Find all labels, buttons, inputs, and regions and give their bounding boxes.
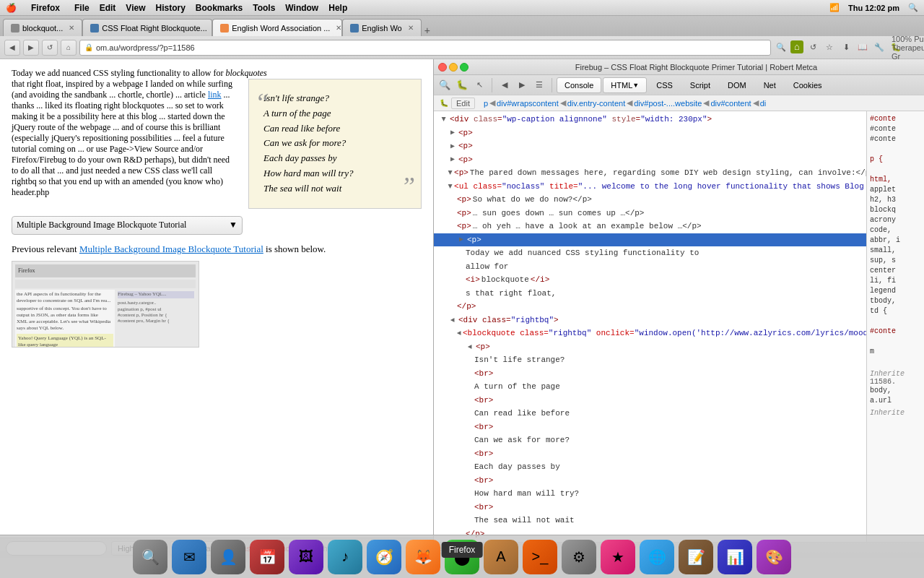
- tab-blockquot[interactable]: blockquot... ✕: [3, 19, 82, 36]
- search-icon[interactable]: 🔍: [908, 3, 918, 12]
- firebug-inspect-btn[interactable]: 🔍: [437, 77, 453, 93]
- menu-bookmarks[interactable]: Bookmarks: [196, 3, 243, 13]
- search-toolbar-icon[interactable]: 🔍: [774, 40, 788, 55]
- dock-finder[interactable]: 🔍: [133, 540, 167, 574]
- html-line-p-selected[interactable]: ▶ <p>: [434, 233, 866, 247]
- prev-relevant-link[interactable]: Multiple Background Image Blockquote Tut…: [79, 243, 263, 254]
- html-line-p1[interactable]: ▶ <p>: [434, 126, 866, 140]
- html-line-read[interactable]: Can read like before: [434, 407, 866, 420]
- dock-calendar[interactable]: 📅: [250, 540, 284, 574]
- html-line-wp-caption[interactable]: ▶ <div class="wp-caption alignnone" styl…: [434, 113, 866, 126]
- html-line-p3[interactable]: ▶ <p>: [434, 153, 866, 167]
- html-line-bq[interactable]: <i>blockquote</i>: [434, 273, 866, 287]
- expand-arrow[interactable]: ▶: [446, 184, 455, 189]
- html-line-ask[interactable]: Can we ask for more?: [434, 434, 866, 447]
- new-tab-btn[interactable]: +: [424, 25, 430, 36]
- firebug-tab-script[interactable]: Script: [682, 77, 718, 93]
- expand-arrow[interactable]: ▶: [448, 155, 457, 164]
- firebug-max-btn[interactable]: [460, 63, 468, 72]
- html-line-p-sun[interactable]: <p> … sun goes down … sun comes up …</p>: [434, 207, 866, 220]
- firebug-forward-btn[interactable]: ▶: [514, 77, 530, 93]
- home-btn[interactable]: ⌂: [61, 40, 77, 56]
- firebug-back-btn[interactable]: ◀: [497, 77, 513, 93]
- firebug-close-btn[interactable]: [438, 63, 447, 72]
- menu-window[interactable]: Window: [285, 3, 318, 13]
- tutorial-dropdown[interactable]: Multiple Background Image Blockquote Tut…: [12, 216, 243, 235]
- html-line-bq-p[interactable]: ▼ <p>: [434, 340, 866, 354]
- html-line-br4[interactable]: <br>: [434, 447, 866, 461]
- apple-menu[interactable]: 🍎: [6, 3, 17, 13]
- expand-arrow[interactable]: ▼: [455, 331, 463, 335]
- dock-terminal[interactable]: >_: [523, 540, 557, 574]
- html-line-allow[interactable]: allow for: [434, 260, 866, 274]
- html-line-sea[interactable]: The sea will not wait: [434, 514, 866, 527]
- expand-arrow[interactable]: ▶: [440, 115, 448, 124]
- html-line-div-rightbq[interactable]: ▼ <div class="rightbq">: [434, 314, 866, 327]
- menu-tools[interactable]: Tools: [253, 3, 275, 13]
- html-line-today[interactable]: Today we add nuanced CSS styling functio…: [434, 246, 866, 260]
- firebug-bug-btn[interactable]: 🐛: [454, 77, 470, 93]
- expand-arrow[interactable]: ▶: [446, 171, 455, 175]
- html-line-br6[interactable]: <br>: [434, 501, 866, 514]
- article-link[interactable]: link: [208, 90, 222, 100]
- dock-store[interactable]: A: [484, 540, 518, 574]
- refresh-toolbar-icon[interactable]: ↺: [806, 40, 820, 55]
- html-line-how[interactable]: How hard man will try?: [434, 487, 866, 501]
- dock-settings[interactable]: ⚙: [562, 540, 596, 574]
- reload-btn[interactable]: ↺: [42, 40, 58, 56]
- html-line-isnt[interactable]: Isn't life strange?: [434, 353, 866, 367]
- tab-english-wo2[interactable]: English Wo ✕: [342, 19, 421, 36]
- firebug-tab-cookies[interactable]: Cookies: [785, 77, 830, 93]
- firebug-tab-html[interactable]: HTML ▼: [603, 77, 647, 93]
- html-line-p-ohyeh[interactable]: <p> … oh yeh … have a look at an example…: [434, 220, 866, 233]
- menu-view[interactable]: View: [126, 3, 145, 13]
- html-line-p-pared[interactable]: ▶ <p> The pared down messages here, rega…: [434, 166, 866, 180]
- expand-arrow[interactable]: ▶: [448, 129, 457, 137]
- breadcrumb-di[interactable]: di: [760, 99, 767, 108]
- star-icon[interactable]: ☆: [822, 40, 837, 55]
- html-line-each[interactable]: Each day passes by: [434, 460, 866, 474]
- html-line-br2[interactable]: <br>: [434, 394, 866, 407]
- expand-arrow[interactable]: ▶: [448, 142, 457, 150]
- url-bar[interactable]: 🔒 om.au/wordpress/?p=11586: [79, 40, 771, 56]
- dock-music[interactable]: ♪: [328, 540, 362, 574]
- dock-app4[interactable]: 📝: [679, 540, 713, 574]
- html-line-blockquote[interactable]: ▼ <blockquote class="rightbq" onclick="w…: [434, 327, 866, 340]
- firebug-min-btn[interactable]: [449, 63, 458, 72]
- html-line-s[interactable]: s that right float,: [434, 287, 866, 301]
- menu-help[interactable]: Help: [328, 3, 347, 13]
- back-btn[interactable]: ◀: [4, 40, 20, 56]
- dock-app5[interactable]: 📊: [718, 540, 752, 574]
- html-line-br1[interactable]: <br>: [434, 367, 866, 381]
- menu-file[interactable]: File: [74, 3, 90, 13]
- dock-app2[interactable]: ★: [601, 540, 635, 574]
- dock-mail[interactable]: ✉: [172, 540, 206, 574]
- html-line-p-close[interactable]: </p>: [434, 300, 866, 314]
- html-line-p2[interactable]: ▶ <p>: [434, 139, 866, 153]
- expand-arrow[interactable]: ▼: [448, 316, 457, 324]
- breadcrumb-entry-content[interactable]: div.entry-content: [567, 99, 626, 108]
- bookmark-icon[interactable]: 📖: [855, 40, 870, 55]
- html-line-turn[interactable]: A turn of the page: [434, 380, 866, 394]
- firebug-tab-dom[interactable]: DOM: [720, 77, 754, 93]
- tab-close-btn[interactable]: ✕: [69, 24, 74, 32]
- dock-app3[interactable]: 🌐: [640, 540, 674, 574]
- breadcrumb-post[interactable]: div#post-....website: [634, 99, 702, 108]
- forward-btn[interactable]: ▶: [23, 40, 39, 56]
- dock-safari[interactable]: 🧭: [367, 540, 401, 574]
- home-toolbar-icon[interactable]: ⌂: [790, 40, 803, 53]
- menu-edit[interactable]: Edit: [100, 3, 116, 13]
- dock-photos[interactable]: 🖼: [289, 540, 323, 574]
- edit-btn[interactable]: Edit: [451, 98, 475, 109]
- firebug-menu-btn[interactable]: ☰: [531, 77, 547, 93]
- firebug-tab-console[interactable]: Console: [557, 77, 601, 93]
- breadcrumb-content[interactable]: div#content: [710, 99, 751, 108]
- html-line-p-sowhat[interactable]: <p> So what do we do now?</p>: [434, 193, 866, 207]
- tab-close-btn[interactable]: ✕: [336, 24, 341, 32]
- firebug-tab-net[interactable]: Net: [756, 77, 784, 93]
- tab-english-word[interactable]: English Word Association ... ✕: [212, 19, 342, 36]
- dock-app6[interactable]: 🎨: [757, 540, 791, 574]
- html-line-ul-noclass[interactable]: ▶ <ul class="noclass" title="... welcome…: [434, 180, 866, 194]
- firebug-tab-css[interactable]: CSS: [648, 77, 681, 93]
- firebug-pointer-btn[interactable]: ↖: [471, 77, 487, 93]
